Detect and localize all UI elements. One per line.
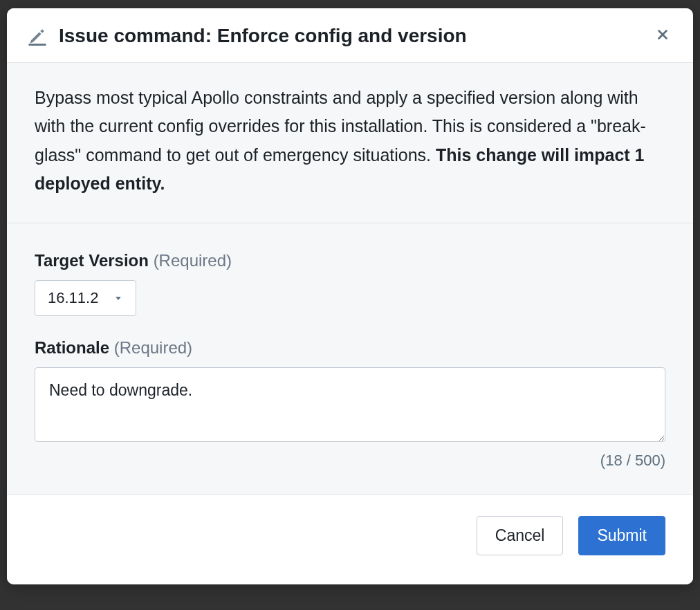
required-indicator: (Required): [114, 338, 192, 357]
modal-header: Issue command: Enforce config and versio…: [7, 8, 693, 63]
svg-rect-0: [28, 44, 46, 46]
char-count: (18 / 500): [35, 452, 665, 470]
cancel-button[interactable]: Cancel: [477, 516, 564, 555]
target-version-select[interactable]: 16.11.2: [35, 280, 136, 316]
close-icon: [655, 27, 670, 46]
rationale-label-text: Rationale: [35, 338, 109, 357]
target-version-label: Target Version (Required): [35, 251, 665, 270]
modal-body: Target Version (Required) 16.11.2 Ration…: [7, 223, 693, 495]
close-button[interactable]: [652, 25, 674, 47]
caret-down-icon: [113, 289, 123, 307]
issue-command-modal: Issue command: Enforce config and versio…: [7, 8, 693, 584]
required-indicator: (Required): [154, 251, 232, 270]
target-version-label-text: Target Version: [35, 251, 149, 270]
rationale-label: Rationale (Required): [35, 338, 665, 358]
rationale-input[interactable]: [35, 367, 665, 442]
rationale-field: Rationale (Required) (18 / 500): [35, 338, 665, 470]
submit-button[interactable]: Submit: [578, 516, 665, 555]
target-version-value: 16.11.2: [48, 289, 98, 307]
edit-config-icon: [26, 25, 48, 47]
modal-title: Issue command: Enforce config and versio…: [59, 25, 652, 47]
modal-description: Bypass most typical Apollo constraints a…: [7, 63, 693, 223]
modal-footer: Cancel Submit: [7, 495, 693, 584]
target-version-field: Target Version (Required) 16.11.2: [35, 251, 665, 316]
